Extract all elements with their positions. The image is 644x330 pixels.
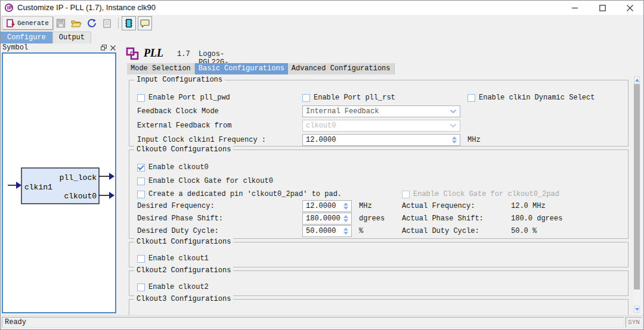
checkbox-box	[137, 191, 145, 198]
minimize-button[interactable]	[561, 1, 589, 15]
comment-bubble-icon	[140, 19, 150, 28]
status-message: Ready	[2, 317, 624, 328]
feedback-clock-mode-select[interactable]: Internal Feedback	[302, 105, 460, 117]
checkbox-enable-clock-gate-clkout0-2pad: Enable Clock Gate for clkout0_2pad	[402, 190, 559, 198]
scroll-down-button[interactable]	[634, 306, 640, 313]
spinner-arrows-icon[interactable]	[342, 203, 350, 210]
checkbox-enable-clkout1[interactable]: Enable clkout1	[137, 254, 209, 263]
ip-version: 1.7	[177, 50, 190, 58]
actual-duty-cycle-value: 50.0 %	[511, 225, 537, 237]
scroll-up-button[interactable]	[634, 76, 640, 83]
section-title-input: Input Configurations	[134, 76, 225, 84]
desired-frequency-spinner[interactable]: 12.0000	[302, 200, 352, 212]
spinner-arrows-icon[interactable]	[342, 228, 350, 235]
port-clkout0: clkout0	[64, 192, 97, 201]
section-title-clkout3: Clkout3 Configurations	[134, 295, 233, 303]
desired-phase-shift-spinner[interactable]: 180.0000	[302, 213, 352, 225]
external-feedback-from-select: clkout0	[302, 120, 460, 132]
port-clkin1: clkin1	[24, 183, 52, 192]
checkbox-box	[467, 94, 475, 102]
reload-icon[interactable]	[84, 16, 100, 30]
save-icon[interactable]	[53, 16, 69, 30]
symbol-canvas: pll_lock clkin1 clkout0	[2, 52, 116, 313]
tab-configure[interactable]: Configure	[1, 32, 52, 43]
check-mark-icon	[138, 165, 144, 170]
symbol-panel: Symbol pll_lock clkin	[1, 43, 117, 316]
tab-mode-selection[interactable]: Mode Selection	[127, 63, 195, 74]
section-title-clkout1: Clkout1 Configurations	[134, 238, 233, 246]
checkbox-dedicated-pin-clkout0-2pad[interactable]: Create a dedicated pin 'clkout0_2pad' to…	[137, 190, 342, 198]
checkbox-enable-pll-pwd[interactable]: Enable Port pll_pwd	[137, 94, 230, 102]
app-icon	[4, 3, 14, 13]
section-title-clkout2: Clkout2 Configurations	[134, 266, 233, 275]
desired-phase-shift-unit: dgrees	[359, 213, 385, 225]
generate-label: Generate	[17, 20, 49, 27]
window-controls	[561, 1, 643, 15]
maximize-button[interactable]	[589, 1, 616, 15]
float-panel-icon[interactable]	[101, 45, 107, 51]
checkbox-box	[137, 178, 145, 185]
generate-button[interactable]: Generate	[2, 17, 53, 30]
toolbar-separator	[118, 18, 119, 29]
close-icon[interactable]	[110, 45, 116, 51]
checkbox-enable-clkin-dynamic-select[interactable]: Enable clkin Dynamic Select	[467, 94, 595, 102]
output-arrowhead-1	[109, 173, 114, 180]
pango-logo-icon	[126, 47, 139, 60]
actual-duty-cycle-label: Actual Duty Cycle:	[402, 225, 479, 237]
input-arrowhead	[16, 182, 21, 189]
chevron-down-icon	[450, 124, 456, 127]
comment-button[interactable]	[138, 16, 152, 30]
port-pll-lock: pll_lock	[60, 173, 97, 182]
desired-duty-cycle-spinner[interactable]: 50.0000	[302, 225, 352, 237]
checkbox-enable-clock-gate-clkout0[interactable]: Enable Clock Gate for clkout0	[137, 177, 273, 185]
desired-duty-cycle-label: Desired Duty Cycle:	[137, 225, 219, 237]
open-folder-icon[interactable]	[69, 16, 84, 30]
tab-basic-configurations[interactable]: Basic Configurations	[195, 63, 288, 74]
clkout0-configurations-section: Clkout0 Configurations Enable clkout0 En…	[129, 150, 628, 239]
window-title: Customize IP - PLL (1.7), Instance clk90	[17, 3, 156, 12]
desired-duty-cycle-unit: %	[359, 225, 363, 237]
app-window: Customize IP - PLL (1.7), Instance clk90…	[0, 0, 644, 330]
toolbar: Generate	[1, 15, 643, 32]
tab-advanced-configurations[interactable]: Advanced Configurations	[288, 63, 395, 74]
tab-output[interactable]: Output	[52, 32, 91, 43]
checkbox-enable-pll-rst[interactable]: Enable Port pll_rst	[302, 94, 395, 102]
actual-phase-shift-label: Actual Phase Shift:	[402, 213, 484, 225]
generate-icon	[7, 19, 15, 28]
titlebar: Customize IP - PLL (1.7), Instance clk90	[1, 1, 643, 15]
status-mode: SYN	[626, 317, 642, 328]
actual-phase-shift-value: 180.0 dgrees	[511, 213, 562, 225]
checkbox-box-checked	[137, 164, 145, 172]
checkbox-box	[302, 94, 310, 102]
close-button[interactable]	[616, 1, 643, 15]
ip-name: PLL	[144, 47, 163, 60]
desired-phase-shift-label: Desired Phase Shift:	[137, 213, 223, 225]
output-arrowhead-2	[109, 192, 114, 199]
checkbox-box	[137, 284, 145, 291]
input-clock-frequency-spinner[interactable]: 12.0000	[302, 134, 460, 146]
spinner-arrows-icon[interactable]	[342, 215, 350, 222]
input-clock-frequency-label: Input Clock clkin1 Frequency :	[137, 134, 266, 146]
section-title-clkout0: Clkout0 Configurations	[134, 145, 233, 154]
clkout2-configurations-section: Clkout2 Configurations Enable clkout2	[129, 270, 628, 296]
scrollbar-thumb[interactable]	[634, 84, 640, 289]
minimize-icon	[572, 5, 578, 11]
ip-header: PLL 1.7 Logos-PGL22G-MBG324--6	[126, 47, 139, 61]
arrow-down-icon	[635, 308, 639, 311]
input-configurations-section: Input Configurations Enable Port pll_pwd…	[129, 80, 628, 147]
vertical-scrollbar[interactable]	[634, 76, 640, 313]
maximize-icon	[599, 5, 606, 11]
spinner-arrows-icon[interactable]	[450, 136, 459, 144]
configuration-tabs: Mode Selection Basic Configurations Adva…	[127, 63, 395, 74]
chip-view-button[interactable]	[122, 16, 136, 30]
checkbox-enable-clkout2[interactable]: Enable clkout2	[137, 283, 209, 291]
config-panel: PLL 1.7 Logos-PGL22G-MBG324--6 Mode Sele…	[121, 43, 644, 316]
config-sections: Input Configurations Enable Port pll_pwd…	[129, 80, 628, 316]
checkbox-box-disabled	[402, 191, 410, 198]
input-clock-frequency-unit: MHz	[467, 134, 481, 146]
symbol-panel-title: Symbol	[2, 43, 28, 52]
document-icon[interactable]	[100, 16, 115, 30]
desired-frequency-label: Desired Frequency:	[137, 200, 215, 212]
chevron-down-icon	[450, 110, 456, 113]
checkbox-enable-clkout0[interactable]: Enable clkout0	[137, 163, 209, 172]
